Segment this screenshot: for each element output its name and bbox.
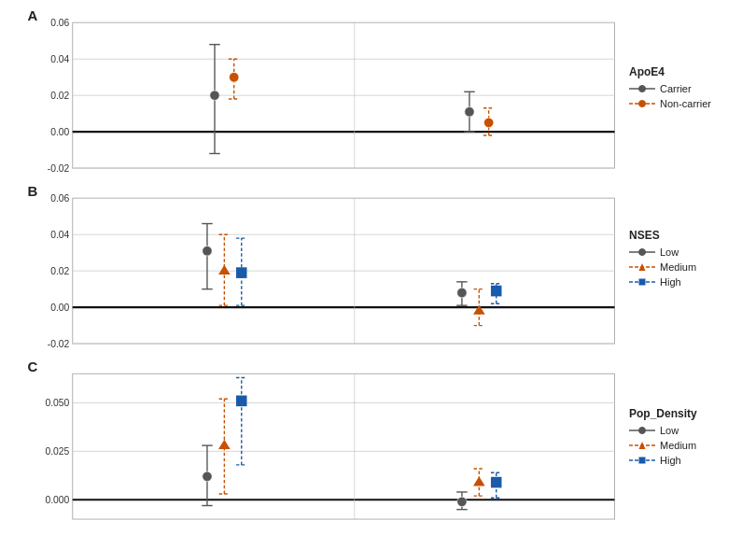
svg-point-113: [639, 428, 646, 434]
svg-point-25: [230, 72, 239, 81]
svg-text:0.00: 0.00: [50, 303, 69, 313]
svg-point-21: [465, 106, 474, 116]
svg-rect-63: [236, 267, 247, 278]
svg-point-85: [457, 497, 467, 506]
panel-B: -0.020.000.020.040.06B: [24, 183, 625, 357]
svg-point-81: [203, 472, 212, 481]
panel-C: 0.0000.0250.050C: [24, 359, 625, 532]
svg-text:-0.02: -0.02: [48, 163, 70, 174]
svg-point-103: [639, 86, 646, 92]
legend-label-2-0: Low: [660, 425, 679, 436]
svg-text:0.06: 0.06: [50, 193, 69, 204]
svg-rect-117: [639, 458, 646, 464]
svg-point-17: [210, 91, 219, 100]
legend-item-1-0: Low: [629, 246, 749, 258]
svg-rect-67: [491, 286, 502, 297]
y-axis-label-container: [0, 0, 21, 535]
svg-point-29: [483, 118, 493, 127]
legend-label-1-0: Low: [660, 246, 679, 258]
legend-0: ApoE4CarrierNon-carrier: [629, 62, 749, 117]
svg-text:0.02: 0.02: [50, 266, 69, 276]
legend-2: Pop_DensityLowMediumHigh: [629, 403, 749, 473]
plots-column: -0.020.000.020.040.06A-0.020.000.020.040…: [21, 0, 625, 535]
legend-label-0-1: Non-carrier: [660, 98, 711, 109]
legend-label-2-2: High: [660, 455, 681, 466]
legend-item-2-1: Medium: [629, 440, 749, 451]
legend-label-1-2: High: [660, 276, 681, 288]
svg-text:0.06: 0.06: [50, 18, 69, 28]
svg-point-107: [639, 249, 646, 256]
svg-point-51: [457, 288, 467, 297]
svg-text:B: B: [27, 183, 37, 199]
svg-rect-101: [491, 477, 502, 488]
legend-label-0-0: Carrier: [660, 83, 692, 94]
legend-title-0: ApoE4: [629, 65, 749, 78]
svg-text:0.00: 0.00: [50, 127, 69, 137]
svg-point-47: [203, 246, 212, 256]
legend-label-2-1: Medium: [660, 440, 696, 451]
legends-column: ApoE4CarrierNon-carrierNSESLowMediumHigh…: [625, 0, 756, 535]
svg-text:0.04: 0.04: [50, 54, 69, 64]
legend-item-2-2: High: [629, 455, 749, 466]
legend-item-0-1: Non-carrier: [629, 98, 749, 109]
legend-item-1-1: Medium: [629, 261, 749, 273]
svg-text:0.050: 0.050: [45, 398, 69, 408]
svg-text:0.04: 0.04: [50, 230, 69, 240]
svg-text:C: C: [27, 359, 37, 374]
svg-rect-97: [236, 396, 247, 407]
svg-text:0.02: 0.02: [50, 91, 69, 101]
legend-label-1-1: Medium: [660, 261, 696, 273]
panel-A: -0.020.000.020.040.06A: [24, 7, 625, 181]
legend-item-2-0: Low: [629, 425, 749, 436]
svg-marker-109: [639, 263, 646, 271]
svg-text:0.025: 0.025: [45, 446, 69, 457]
legend-item-1-2: High: [629, 276, 749, 288]
legend-1: NSESLowMediumHigh: [629, 225, 749, 295]
plots-and-legends: -0.020.000.020.040.06A-0.020.000.020.040…: [21, 0, 756, 535]
svg-marker-115: [639, 442, 646, 449]
legend-title-2: Pop_Density: [629, 407, 749, 420]
svg-rect-68: [73, 373, 615, 519]
svg-text:-0.02: -0.02: [48, 339, 70, 349]
main-container: -0.020.000.020.040.06A-0.020.000.020.040…: [0, 0, 756, 535]
legend-title-1: NSES: [629, 229, 749, 242]
svg-text:0.000: 0.000: [45, 495, 69, 505]
svg-text:A: A: [27, 7, 37, 23]
legend-item-0-0: Carrier: [629, 83, 749, 94]
svg-point-105: [639, 101, 646, 107]
svg-rect-111: [639, 279, 646, 286]
